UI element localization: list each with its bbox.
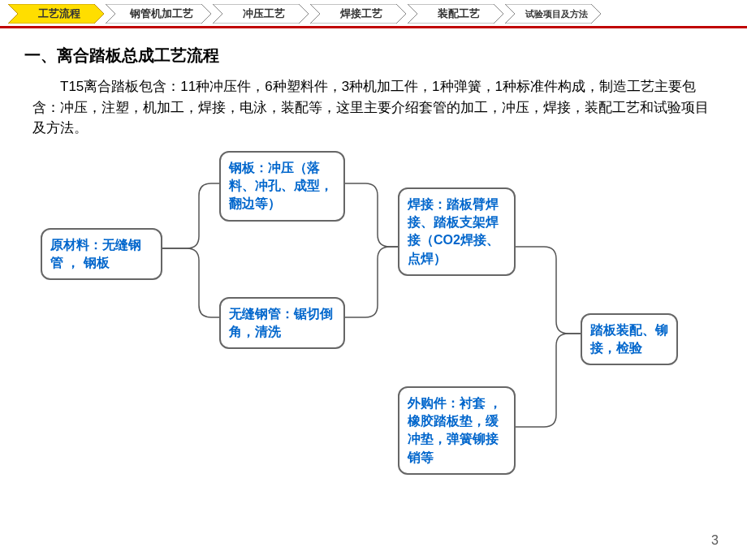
nav-item-assembly[interactable]: 装配工艺 <box>408 4 503 24</box>
nav-item-test[interactable]: 试验项目及方法 <box>505 4 601 24</box>
slide-content: 一、离合踏板总成工艺流程 T15离合踏板包含：11种冲压件，6种塑料件，3种机加… <box>0 28 747 504</box>
box-text: 外购件：衬套 ，橡胶踏板垫，缓冲垫，弹簧铆接销等 <box>408 396 502 464</box>
nav-label: 冲压工艺 <box>213 8 309 19</box>
nav-item-process[interactable]: 工艺流程 <box>8 4 104 24</box>
nav-label: 工艺流程 <box>8 8 104 19</box>
box-text: 无缝钢管：锯切倒角，清洗 <box>229 307 333 338</box>
nav-item-tube[interactable]: 钢管机加工艺 <box>106 4 211 24</box>
process-flow-diagram: 原材料：无缝钢管 ， 钢板 钢板：冲压（落料、冲孔、成型，翻边等） 无缝钢管：锯… <box>24 147 723 504</box>
breadcrumb-nav: 工艺流程 钢管机加工艺 冲压工艺 焊接工艺 装配工艺 试验项目及方法 <box>0 0 747 24</box>
nav-item-weld[interactable]: 焊接工艺 <box>310 4 406 24</box>
nav-label: 焊接工艺 <box>310 8 406 19</box>
box-text: 焊接：踏板臂焊接、踏板支架焊接（CO2焊接、点焊） <box>408 197 499 265</box>
nav-label: 试验项目及方法 <box>505 9 601 19</box>
flow-box-steel-plate: 钢板：冲压（落料、冲孔、成型，翻边等） <box>219 151 345 222</box>
box-text: 踏板装配、铆接，检验 <box>590 323 668 355</box>
box-text: 钢板：冲压（落料、冲孔、成型，翻边等） <box>229 161 333 211</box>
page-title: 一、离合踏板总成工艺流程 <box>24 45 723 67</box>
flow-box-assembly: 踏板装配、铆接，检验 <box>581 313 678 366</box>
nav-label: 钢管机加工艺 <box>106 8 211 19</box>
flow-box-seamless-tube: 无缝钢管：锯切倒角，清洗 <box>219 297 345 350</box>
nav-item-press[interactable]: 冲压工艺 <box>213 4 309 24</box>
nav-label: 装配工艺 <box>408 8 503 19</box>
flow-box-welding: 焊接：踏板臂焊接、踏板支架焊接（CO2焊接、点焊） <box>398 187 516 277</box>
page-number: 3 <box>711 533 719 548</box>
intro-paragraph: T15离合踏板包含：11种冲压件，6种塑料件，3种机加工件，1种弹簧，1种标准件… <box>24 76 723 139</box>
flow-box-raw-material: 原材料：无缝钢管 ， 钢板 <box>41 228 162 281</box>
flow-box-purchased: 外购件：衬套 ，橡胶踏板垫，缓冲垫，弹簧铆接销等 <box>398 386 516 476</box>
box-text: 原材料：无缝钢管 ， 钢板 <box>50 238 141 269</box>
